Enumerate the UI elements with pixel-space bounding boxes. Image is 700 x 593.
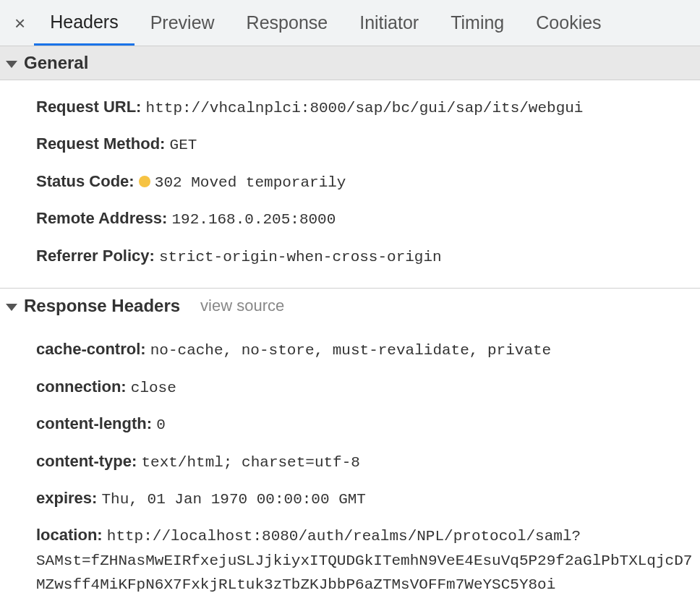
label: location: bbox=[36, 526, 103, 544]
disclosure-triangle-icon bbox=[6, 61, 17, 68]
row-request-url: Request URL: http://vhcalnplci:8000/sap/… bbox=[36, 89, 700, 126]
label: Request Method: bbox=[36, 135, 165, 153]
row-status-code: Status Code: 302 Moved temporarily bbox=[36, 163, 700, 200]
label: Status Code: bbox=[36, 172, 135, 190]
section-response-headers-title: Response Headers bbox=[24, 296, 180, 316]
row-referrer-policy: Referrer Policy: strict-origin-when-cros… bbox=[36, 238, 700, 275]
label: Referrer Policy: bbox=[36, 247, 155, 265]
label: content-type: bbox=[36, 452, 137, 470]
value: 302 Moved temporarily bbox=[139, 174, 346, 191]
response-headers-list: cache-control: no-cache, no-store, must-… bbox=[0, 323, 700, 593]
general-list: Request URL: http://vhcalnplci:8000/sap/… bbox=[0, 80, 700, 288]
row-connection: connection: close bbox=[36, 369, 700, 406]
tab-timing[interactable]: Timing bbox=[435, 0, 520, 46]
section-response-headers-header[interactable]: Response Headers view source bbox=[0, 288, 700, 323]
label: connection: bbox=[36, 377, 127, 396]
disclosure-triangle-icon bbox=[6, 304, 17, 311]
label: cache-control: bbox=[36, 340, 146, 358]
value: text/html; charset=utf-8 bbox=[141, 454, 359, 471]
status-code-value: 302 Moved temporarily bbox=[155, 174, 346, 191]
value: http://localhost:8080/auth/realms/NPL/pr… bbox=[36, 528, 692, 593]
section-general-header[interactable]: General bbox=[0, 46, 700, 80]
tab-cookies[interactable]: Cookies bbox=[520, 0, 617, 46]
view-source-link[interactable]: view source bbox=[200, 296, 284, 315]
value: 0 bbox=[156, 417, 166, 433]
tab-initiator[interactable]: Initiator bbox=[343, 0, 435, 46]
label: content-length: bbox=[36, 414, 152, 432]
label: expires: bbox=[36, 489, 97, 507]
close-icon[interactable]: × bbox=[6, 14, 34, 33]
row-remote-address: Remote Address: 192.168.0.205:8000 bbox=[36, 200, 700, 237]
label: Remote Address: bbox=[36, 209, 167, 227]
value: close bbox=[131, 380, 176, 396]
row-content-type: content-type: text/html; charset=utf-8 bbox=[36, 443, 700, 480]
row-cache-control: cache-control: no-cache, no-store, must-… bbox=[36, 331, 700, 368]
tab-preview[interactable]: Preview bbox=[135, 0, 231, 46]
label: Request URL: bbox=[36, 98, 141, 116]
value: strict-origin-when-cross-origin bbox=[159, 249, 442, 265]
tab-headers[interactable]: Headers bbox=[34, 0, 135, 46]
row-expires: expires: Thu, 01 Jan 1970 00:00:00 GMT bbox=[36, 480, 700, 517]
value: http://vhcalnplci:8000/sap/bc/gui/sap/it… bbox=[146, 100, 584, 116]
value: no-cache, no-store, must-revalidate, pri… bbox=[150, 342, 552, 359]
value: Thu, 01 Jan 1970 00:00:00 GMT bbox=[102, 491, 366, 508]
status-dot-icon bbox=[139, 176, 150, 187]
value: GET bbox=[170, 137, 197, 153]
value: 192.168.0.205:8000 bbox=[171, 211, 336, 228]
row-request-method: Request Method: GET bbox=[36, 126, 700, 163]
section-general-title: General bbox=[24, 53, 88, 73]
tab-response[interactable]: Response bbox=[231, 0, 344, 46]
tab-strip: × Headers Preview Response Initiator Tim… bbox=[0, 0, 700, 46]
row-location: location: http://localhost:8080/auth/rea… bbox=[36, 517, 700, 593]
row-content-length: content-length: 0 bbox=[36, 406, 700, 443]
